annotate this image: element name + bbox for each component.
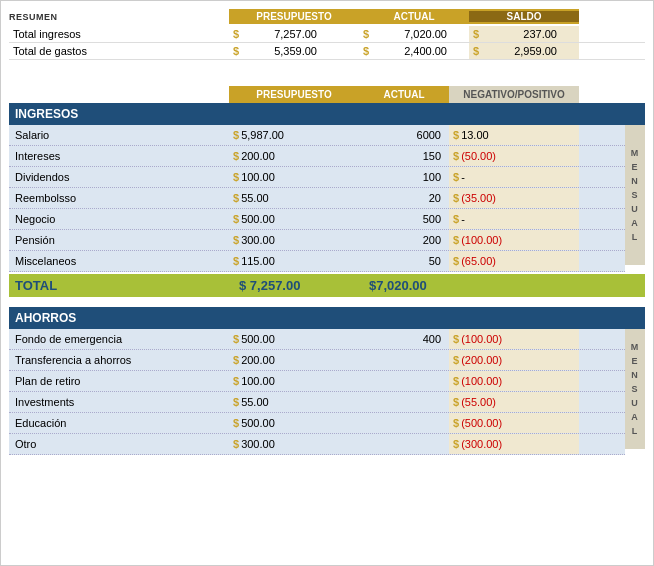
ingresos-mensual-sidebar: M E N S U A L: [625, 125, 645, 265]
actual-reembolsso: 20: [359, 190, 449, 206]
negpos-fondo: $ (100.00): [449, 329, 579, 349]
actual-intereses: 150: [359, 148, 449, 164]
sh-presupuesto-label: PRESUPUESTO: [229, 86, 359, 103]
ingresos-header: INGRESOS: [9, 103, 645, 125]
negpos-pension: $ (100.00): [449, 230, 579, 250]
ahorros-row-retiro: Plan de retiro $ 100.00 $ (100.00): [9, 371, 625, 392]
ingresos-row-negocio: Negocio $ 500.00 500 $ -: [9, 209, 625, 230]
negpos-negocio: $ -: [449, 209, 579, 229]
negpos-reembolsso: $ (35.00): [449, 188, 579, 208]
actual-educacion: [359, 421, 449, 425]
ahorros-row-educacion: Educación $ 500.00 $ (500.00): [9, 413, 625, 434]
presupuesto-intereses: $ 200.00: [229, 148, 359, 164]
label-otro: Otro: [9, 436, 229, 452]
resumen-title: RESUMEN: [9, 12, 229, 22]
ingresos-row-pension: Pensión $ 300.00 200 $ (100.00): [9, 230, 625, 251]
label-reembolsso: Reembolsso: [9, 190, 229, 206]
negpos-otro: $ (300.00): [449, 434, 579, 454]
ahorros-mensual-sidebar: M E N S U A L: [625, 329, 645, 449]
ingresos-section: INGRESOS Salario $ 5,987.00 6000 $ 13.00…: [9, 103, 645, 297]
ahorros-body: Fondo de emergencia $ 500.00 400 $ (100.…: [9, 329, 645, 455]
presupuesto-negocio: $ 500.00: [229, 211, 359, 227]
label-investments: Investments: [9, 394, 229, 410]
ahorros-row-otro: Otro $ 300.00 $ (300.00): [9, 434, 625, 455]
actual-pension: 200: [359, 232, 449, 248]
ahorros-row-investments: Investments $ 55.00 $ (55.00): [9, 392, 625, 413]
resumen-header-presupuesto: PRESUPUESTO: [229, 11, 359, 22]
negpos-retiro: $ (100.00): [449, 371, 579, 391]
sh-actual-label: ACTUAL: [359, 86, 449, 103]
ahorros-row-transferencia: Transferencia a ahorros $ 200.00 $ (200.…: [9, 350, 625, 371]
presupuesto-transferencia: $ 200.00: [229, 352, 359, 368]
presupuesto-salario: $ 5,987.00: [229, 127, 359, 143]
resumen-actual-ingresos: $ 7,020.00: [359, 26, 469, 42]
negpos-investments: $ (55.00): [449, 392, 579, 412]
actual-transferencia: [359, 358, 449, 362]
actual-retiro: [359, 379, 449, 383]
label-miscelaneos: Miscelaneos: [9, 253, 229, 269]
label-retiro: Plan de retiro: [9, 373, 229, 389]
presupuesto-retiro: $ 100.00: [229, 373, 359, 389]
spacer-2: [9, 297, 645, 307]
negpos-salario: $ 13.00: [449, 125, 579, 145]
total-label: TOTAL: [15, 278, 235, 293]
label-educacion: Educación: [9, 415, 229, 431]
actual-miscelaneos: 50: [359, 253, 449, 269]
resumen-presupuesto-gastos: $ 5,359.00: [229, 43, 359, 59]
resumen-saldo-ingresos: $ 237.00: [469, 26, 579, 42]
label-pension: Pensión: [9, 232, 229, 248]
label-salario: Salario: [9, 127, 229, 143]
label-dividendos: Dividendos: [9, 169, 229, 185]
ingresos-row-dividendos: Dividendos $ 100.00 100 $ -: [9, 167, 625, 188]
ahorros-section: AHORROS Fondo de emergencia $ 500.00 400…: [9, 307, 645, 455]
sh-negpos-label: NEGATIVO/POSITIVO: [449, 86, 579, 103]
ahorros-row-fondo: Fondo de emergencia $ 500.00 400 $ (100.…: [9, 329, 625, 350]
resumen-saldo-gastos: $ 2,959.00: [469, 43, 579, 59]
resumen-label-ingresos: Total ingresos: [9, 26, 229, 42]
ingresos-row-miscelaneos: Miscelaneos $ 115.00 50 $ (65.00): [9, 251, 625, 272]
resumen-presupuesto-ingresos: $ 7,257.00: [229, 26, 359, 42]
presupuesto-investments: $ 55.00: [229, 394, 359, 410]
presupuesto-fondo: $ 500.00: [229, 331, 359, 347]
ingresos-total-row: TOTAL $ 7,257.00 $7,020.00: [9, 274, 645, 297]
negpos-miscelaneos: $ (65.00): [449, 251, 579, 271]
total-presupuesto: $ 7,257.00: [235, 278, 365, 293]
ingresos-title: INGRESOS: [15, 107, 639, 121]
negpos-dividendos: $ -: [449, 167, 579, 187]
resumen-row-ingresos: Total ingresos $ 7,257.00 $ 7,020.00 $ 2…: [9, 26, 645, 43]
actual-otro: [359, 442, 449, 446]
presupuesto-otro: $ 300.00: [229, 436, 359, 452]
negpos-educacion: $ (500.00): [449, 413, 579, 433]
resumen-actual-gastos: $ 2,400.00: [359, 43, 469, 59]
presupuesto-educacion: $ 500.00: [229, 415, 359, 431]
resumen-header-actual: ACTUAL: [359, 11, 469, 22]
presupuesto-dividendos: $ 100.00: [229, 169, 359, 185]
ingresos-body: Salario $ 5,987.00 6000 $ 13.00 Interese…: [9, 125, 645, 272]
actual-negocio: 500: [359, 211, 449, 227]
resumen-header-saldo: SALDO: [469, 11, 579, 22]
ingresos-row-intereses: Intereses $ 200.00 150 $ (50.00): [9, 146, 625, 167]
spacer-1: [9, 76, 645, 86]
label-negocio: Negocio: [9, 211, 229, 227]
presupuesto-pension: $ 300.00: [229, 232, 359, 248]
resumen-label-gastos: Total de gastos: [9, 43, 229, 59]
resumen-headers: PRESUPUESTO ACTUAL SALDO: [229, 9, 579, 24]
actual-salario: 6000: [359, 127, 449, 143]
presupuesto-miscelaneos: $ 115.00: [229, 253, 359, 269]
actual-dividendos: 100: [359, 169, 449, 185]
resumen-row-gastos: Total de gastos $ 5,359.00 $ 2,400.00 $ …: [9, 43, 645, 60]
label-fondo: Fondo de emergencia: [9, 331, 229, 347]
ingresos-row-salario: Salario $ 5,987.00 6000 $ 13.00: [9, 125, 625, 146]
actual-fondo: 400: [359, 331, 449, 347]
sub-header: PRESUPUESTO ACTUAL NEGATIVO/POSITIVO: [9, 86, 645, 103]
presupuesto-reembolsso: $ 55.00: [229, 190, 359, 206]
label-transferencia: Transferencia a ahorros: [9, 352, 229, 368]
resumen-section: RESUMEN PRESUPUESTO ACTUAL SALDO Total i…: [9, 9, 645, 60]
negpos-transferencia: $ (200.00): [449, 350, 579, 370]
total-actual: $7,020.00: [365, 278, 455, 293]
ahorros-header: AHORROS: [9, 307, 645, 329]
ingresos-row-reembolsso: Reembolsso $ 55.00 20 $ (35.00): [9, 188, 625, 209]
ahorros-title: AHORROS: [15, 311, 639, 325]
label-intereses: Intereses: [9, 148, 229, 164]
actual-investments: [359, 400, 449, 404]
